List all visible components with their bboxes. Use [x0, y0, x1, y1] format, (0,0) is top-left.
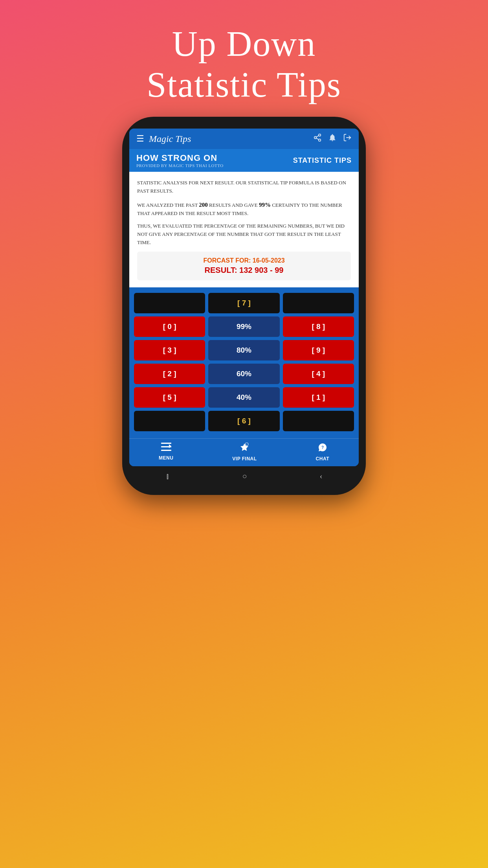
nav-icon: ? [318, 443, 327, 454]
svg-point-2 [319, 139, 321, 142]
svg-point-1 [314, 136, 317, 139]
share-icon[interactable] [313, 133, 322, 144]
nav-label: CHAT [316, 456, 329, 462]
nav-item-chat[interactable]: ? CHAT [316, 443, 329, 462]
svg-text:+: + [246, 443, 247, 446]
phone-menu-btn: ⫿ [166, 472, 170, 481]
brand-logo: Magic Tips [149, 134, 191, 144]
nav-label: MENU [159, 455, 173, 461]
grid-row: [ 7 ] [134, 293, 354, 313]
content-para1: Statistic analysis for next result. Our … [137, 179, 351, 195]
phone-home-btn: ○ [242, 472, 247, 481]
phone-screen: ☰ Magic Tips [129, 129, 359, 466]
content-area: Statistic analysis for next result. Our … [129, 172, 359, 287]
grid-row: [ 0 ]99%[ 8 ] [134, 316, 354, 337]
phone-back-btn: ‹ [320, 472, 323, 481]
nav-label: VIP FINAL [232, 456, 257, 462]
grid-cell[interactable]: [ 3 ] [134, 340, 205, 360]
sub-header: How strong on Provided by Magic tips tha… [129, 149, 359, 172]
grid-cell[interactable]: [ 6 ] [208, 411, 279, 431]
forecast-box: Forcast for: 16-05-2023 RESULT: 132 903 … [137, 252, 351, 280]
page-background-title: Up Down Statistic Tips [147, 24, 341, 105]
exit-icon[interactable] [343, 133, 352, 144]
svg-line-4 [316, 136, 319, 137]
grid-cell[interactable]: [ 7 ] [208, 293, 279, 313]
sub-header-title: How strong on [136, 153, 224, 163]
grid-cell[interactable]: 60% [208, 364, 279, 384]
nav-item-vip-final[interactable]: + VIP FINAL [232, 443, 257, 462]
forecast-date: 16-05-2023 [253, 257, 285, 264]
forecast-title: Forcast for: 16-05-2023 [143, 257, 345, 264]
bottom-nav: MENU + VIP FINAL ? CHAT [129, 438, 359, 466]
nav-icon: + [240, 443, 249, 454]
grid-row: [ 5 ]40%[ 1 ] [134, 387, 354, 408]
grid-cell[interactable]: [ 5 ] [134, 387, 205, 408]
sub-header-right-label: Statistic Tips [293, 156, 352, 165]
grid-cell[interactable]: [ 2 ] [134, 364, 205, 384]
grid-row: [ 3 ]80%[ 9 ] [134, 340, 354, 360]
svg-point-0 [319, 134, 321, 136]
grid-cell [283, 293, 354, 313]
grid-cell[interactable]: [ 9 ] [283, 340, 354, 360]
top-bar: ☰ Magic Tips [129, 129, 359, 149]
grid-row: [ 6 ] [134, 411, 354, 431]
grid-cell [134, 411, 205, 431]
grid-cell[interactable]: [ 0 ] [134, 316, 205, 337]
grid-row: [ 2 ]60%[ 4 ] [134, 364, 354, 384]
bell-icon[interactable] [328, 133, 337, 144]
svg-line-3 [316, 138, 319, 140]
grid-cell [283, 411, 354, 431]
grid-cell[interactable]: 40% [208, 387, 279, 408]
grid-cell [134, 293, 205, 313]
sub-header-subtitle: Provided by Magic tips thai lotto [136, 163, 224, 168]
nav-icon [161, 443, 171, 454]
grid-cell[interactable]: 80% [208, 340, 279, 360]
phone-nav-bar: ⫿ ○ ‹ [129, 466, 359, 483]
grid-cell[interactable]: [ 1 ] [283, 387, 354, 408]
phone-frame: ☰ Magic Tips [122, 117, 366, 495]
svg-rect-6 [161, 443, 171, 444]
grid-section: [ 7 ][ 0 ]99%[ 8 ][ 3 ]80%[ 9 ][ 2 ]60%[… [129, 287, 359, 438]
svg-marker-9 [169, 444, 171, 448]
svg-rect-8 [161, 450, 171, 451]
content-para2: We analyzed the past 200 results and gav… [137, 200, 351, 218]
forecast-result: RESULT: 132 903 - 99 [143, 266, 345, 275]
grid-cell[interactable]: [ 4 ] [283, 364, 354, 384]
nav-item-menu[interactable]: MENU [159, 443, 173, 462]
grid-cell[interactable]: 99% [208, 316, 279, 337]
content-para3: Thus, we evaluated the percentage of the… [137, 222, 351, 246]
hamburger-icon[interactable]: ☰ [136, 134, 144, 143]
grid-cell[interactable]: [ 8 ] [283, 316, 354, 337]
svg-text:?: ? [321, 445, 324, 450]
